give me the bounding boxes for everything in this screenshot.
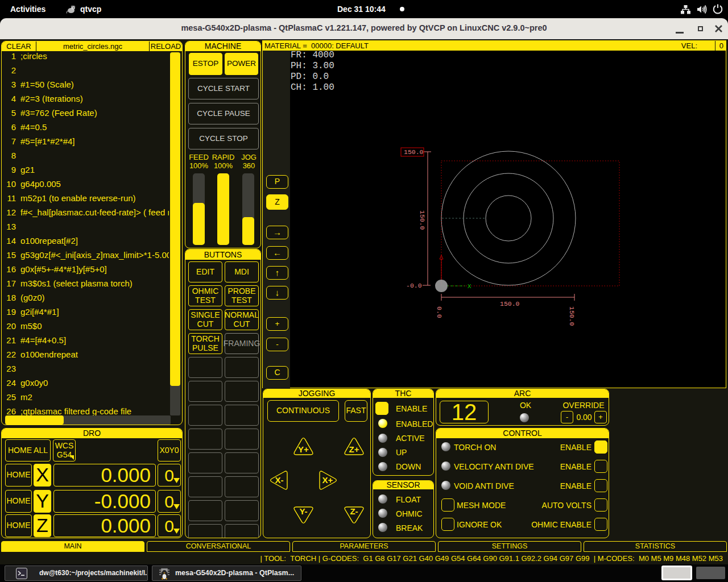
svg-text:150.0: 150.0 — [419, 210, 426, 230]
svg-text:Z-: Z- — [350, 506, 358, 516]
svg-text:X-: X- — [275, 475, 284, 485]
svg-text:Y+: Y+ — [298, 444, 309, 454]
svg-text:Y-: Y- — [299, 506, 307, 516]
svg-text:X: X — [468, 283, 471, 290]
svg-text:150.0: 150.0 — [500, 300, 520, 307]
svg-text:Z+: Z+ — [349, 444, 359, 454]
svg-text:-0.0: -0.0 — [406, 282, 422, 289]
svg-text:150.0: 150.0 — [404, 148, 424, 156]
svg-text:X+: X+ — [322, 475, 333, 485]
svg-text:150.0: 150.0 — [568, 306, 576, 326]
svg-text:0.0: 0.0 — [436, 306, 443, 318]
